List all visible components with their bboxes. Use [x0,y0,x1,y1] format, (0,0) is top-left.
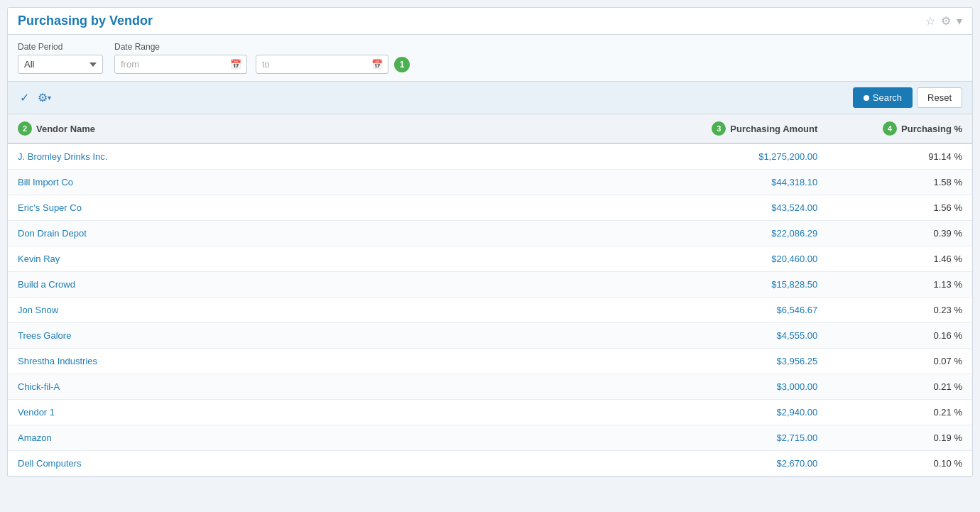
percent-cell: 0.07 % [827,349,972,374]
amount-cell: $2,670.00 [567,451,828,476]
chevron-down-icon[interactable]: ▾ [957,14,962,28]
amount-cell: $2,940.00 [567,400,828,425]
table-row: Amazon$2,715.000.19 % [8,425,972,451]
vendor-link[interactable]: Dell Computers [18,458,82,469]
chevron-down-icon: ✓ [20,91,29,104]
amount-link[interactable]: $3,000.00 [776,381,817,392]
table-row: Kevin Ray$20,460.001.46 % [8,246,972,272]
table-row: Trees Galore$4,555.000.16 % [8,323,972,349]
amount-link[interactable]: $6,546.67 [776,305,817,315]
amount-cell: $44,318.10 [567,170,828,195]
amount-cell: $3,956.25 [567,349,828,374]
vendor-cell: J. Bromley Drinks Inc. [8,143,567,170]
reset-button[interactable]: Reset [917,87,962,108]
table-row: Vendor 1$2,940.000.21 % [8,400,972,425]
vendor-link[interactable]: Vendor 1 [18,407,55,418]
vendor-name-header: 2 Vendor Name [8,114,567,143]
vendor-cell: Kevin Ray [8,246,567,272]
percent-cell: 1.46 % [827,246,972,272]
vendor-link[interactable]: Shrestha Industries [18,356,97,366]
percent-cell: 0.21 % [827,374,972,400]
date-period-group: Date Period All Today This Week This Mon… [18,42,103,74]
from-input-wrapper: 📅 [114,55,247,74]
vendor-link[interactable]: Trees Galore [18,330,71,341]
search-button-label: Search [873,92,902,103]
vendor-link[interactable]: Eric's Super Co [18,202,82,213]
from-calendar-button[interactable]: 📅 [225,55,247,74]
vendor-cell: Jon Snow [8,298,567,323]
star-icon[interactable]: ☆ [925,14,935,28]
amount-link[interactable]: $1,275,200.00 [758,151,817,162]
amount-link[interactable]: $2,940.00 [776,407,817,418]
date-period-select[interactable]: All Today This Week This Month This Year… [18,55,103,74]
vendor-cell: Build a Crowd [8,272,567,298]
amount-cell: $1,275,200.00 [567,143,828,170]
vendor-cell: Vendor 1 [8,400,567,425]
vendor-cell: Amazon [8,425,567,451]
action-left: ✓ ⚙ ▾ [18,89,53,107]
header-icons: ☆ ⚙ ▾ [925,14,962,28]
vendor-link[interactable]: Bill Import Co [18,177,73,187]
percent-cell: 0.21 % [827,400,972,425]
amount-link[interactable]: $2,670.00 [776,458,817,469]
purchasing-amount-header: 3 Purchasing Amount [567,114,828,143]
amount-cell: $22,086.29 [567,221,828,246]
col3-badge: 3 [712,121,726,136]
vendor-link[interactable]: Chick-fil-A [18,381,60,392]
page-wrapper: Purchasing by Vendor ☆ ⚙ ▾ Date Period A… [7,7,973,477]
amount-link[interactable]: $43,524.00 [771,202,817,213]
date-range-group: Date Range 📅 📅 1 [114,42,410,74]
vendor-link[interactable]: Build a Crowd [18,279,75,290]
from-date-input[interactable] [114,55,228,74]
table-row: Jon Snow$6,546.670.23 % [8,298,972,323]
action-bar: ✓ ⚙ ▾ Search Reset [8,82,972,114]
step-1-badge: 1 [394,57,410,72]
to-calendar-button[interactable]: 📅 [366,55,388,74]
settings-button[interactable]: ⚙ ▾ [36,89,53,107]
amount-link[interactable]: $4,555.00 [776,330,817,341]
collapse-button[interactable]: ✓ [18,89,31,107]
settings-chevron-icon: ▾ [48,94,51,102]
amount-link[interactable]: $22,086.29 [771,228,817,239]
amount-link[interactable]: $2,715.00 [776,432,817,443]
percent-cell: 0.19 % [827,425,972,451]
amount-cell: $20,460.00 [567,246,828,272]
percent-cell: 1.56 % [827,195,972,221]
vendor-link[interactable]: Jon Snow [18,305,58,315]
table-row: Eric's Super Co$43,524.001.56 % [8,195,972,221]
amount-link[interactable]: $15,828.50 [771,279,817,290]
amount-link[interactable]: $44,318.10 [771,177,817,187]
vendor-cell: Bill Import Co [8,170,567,195]
amount-link[interactable]: $20,460.00 [771,254,817,264]
amount-cell: $3,000.00 [567,374,828,400]
filter-row: Date Period All Today This Week This Mon… [18,42,962,74]
vendor-link[interactable]: Amazon [18,432,52,443]
table-row: Dell Computers$2,670.000.10 % [8,451,972,476]
to-input-wrapper: 📅 [256,55,388,74]
gear-icon[interactable]: ⚙ [941,14,951,28]
percent-cell: 91.14 % [827,143,972,170]
vendor-link[interactable]: Kevin Ray [18,254,60,264]
data-table: 2 Vendor Name 3 Purchasing Amount 4 Purc… [8,114,972,476]
radio-indicator [864,95,869,101]
date-range-control: 📅 📅 1 [114,55,410,74]
percent-cell: 0.23 % [827,298,972,323]
to-date-input[interactable] [256,55,369,74]
percent-cell: 0.39 % [827,221,972,246]
vendor-link[interactable]: Don Drain Depot [18,228,87,239]
col2-badge: 2 [18,121,32,136]
settings-icon: ⚙ [38,91,48,104]
table-header-row: 2 Vendor Name 3 Purchasing Amount 4 Purc… [8,114,972,143]
purchasing-percent-label: Purchasing % [901,124,962,134]
amount-link[interactable]: $3,956.25 [776,356,817,366]
purchasing-amount-label: Purchasing Amount [730,124,817,134]
percent-cell: 1.58 % [827,170,972,195]
table-row: Build a Crowd$15,828.501.13 % [8,272,972,298]
vendor-cell: Don Drain Depot [8,221,567,246]
vendor-cell: Chick-fil-A [8,374,567,400]
search-button[interactable]: Search [853,87,913,108]
vendor-link[interactable]: J. Bromley Drinks Inc. [18,151,107,162]
col4-badge: 4 [883,121,897,136]
table-row: J. Bromley Drinks Inc.$1,275,200.0091.14… [8,143,972,170]
amount-cell: $4,555.00 [567,323,828,349]
